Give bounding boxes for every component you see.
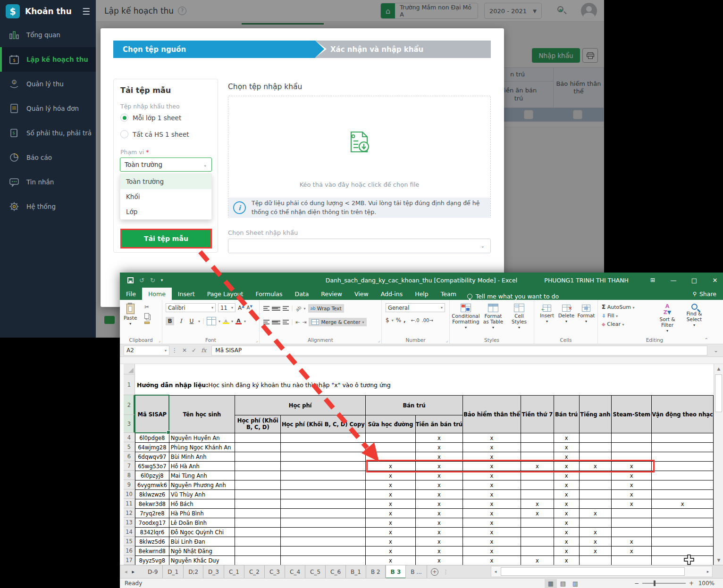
cell-mark[interactable]: x xyxy=(554,499,579,509)
cell-mark[interactable] xyxy=(521,480,554,490)
cell-mark[interactable] xyxy=(612,556,652,565)
cell-mark[interactable] xyxy=(521,518,554,528)
sidebar-item-qu-n-l-thu[interactable]: $Quản lý thu xyxy=(0,72,96,96)
cell-mark[interactable]: x xyxy=(579,509,612,518)
sheet-nav-left-icon[interactable]: ◂ xyxy=(125,569,127,575)
cell-empty[interactable] xyxy=(235,537,281,547)
cell-mark[interactable]: x xyxy=(366,499,416,509)
cell-mark[interactable]: x xyxy=(521,499,554,509)
cell-mark[interactable]: x xyxy=(463,556,521,565)
cell-mark[interactable] xyxy=(652,556,714,565)
cell-code[interactable]: 6dqwqv97 xyxy=(135,452,169,462)
cell-mark[interactable]: x xyxy=(579,547,612,556)
align-left-icon[interactable] xyxy=(263,320,269,324)
cell-mark[interactable] xyxy=(579,556,612,565)
ribbon-tab-insert[interactable]: Insert xyxy=(172,288,201,300)
cell-mark[interactable]: x xyxy=(463,490,521,499)
cell-code[interactable]: 6l0pdge8 xyxy=(135,433,169,443)
cell-mark[interactable] xyxy=(652,528,714,537)
cell-name[interactable]: Hồ Bách xyxy=(169,499,235,509)
font-family-select[interactable]: Calibri▾ xyxy=(166,303,216,312)
cell-empty[interactable] xyxy=(235,480,281,490)
sheet-tab-D-9[interactable]: D-9 xyxy=(143,565,163,579)
download-template-button[interactable]: Tải tệp mẫu xyxy=(122,230,210,247)
cell-empty[interactable] xyxy=(281,528,366,537)
header-ten-hoc-sinh[interactable]: Tên học sinh xyxy=(169,396,235,433)
wizard-step-2[interactable]: Xác nhận và nhập khẩu xyxy=(312,41,491,58)
file-dropzone[interactable]: Kéo thả vào đây hoặc click để chọn file xyxy=(228,96,490,198)
name-box-splitter[interactable]: ⋮ xyxy=(172,347,177,354)
align-top-icon[interactable] xyxy=(263,306,269,311)
cell-mark[interactable]: x xyxy=(463,528,521,537)
undo-icon[interactable]: ↺ xyxy=(139,277,144,284)
cell-mark[interactable]: x xyxy=(554,509,579,518)
cell-mark[interactable] xyxy=(521,490,554,499)
cut-icon[interactable]: ✂ xyxy=(144,304,150,310)
sheet-tab-D-2[interactable]: D;2 xyxy=(184,565,203,579)
cell-mark[interactable] xyxy=(521,528,554,537)
expand-formula-bar-icon[interactable]: ⌄ xyxy=(714,347,718,354)
cell-code[interactable]: 8klwzwz6 xyxy=(135,490,169,499)
cell-code[interactable]: 8ekwrnd8 xyxy=(135,547,169,556)
cell-mark[interactable] xyxy=(579,490,612,499)
sidebar-item-s-ph-i-thu-ph-i-tr-[interactable]: $Số phải thu, phải trả xyxy=(0,121,96,145)
shrink-font-icon[interactable]: A▼ xyxy=(247,305,252,310)
header-sua-hoc-duong[interactable]: Sữa học đường xyxy=(366,415,416,433)
cell-mark[interactable] xyxy=(652,452,714,462)
cell-mark[interactable]: x xyxy=(415,518,462,528)
cell-empty[interactable] xyxy=(281,433,366,443)
sheet-tab-B-1[interactable]: B_1 xyxy=(346,565,366,579)
format-as-table-button[interactable]: Format as Table▾ xyxy=(481,304,505,330)
header-bao-hiem[interactable]: Bảo hiểm thân thể xyxy=(463,396,521,433)
cell-mark[interactable] xyxy=(652,462,714,471)
borders-icon[interactable] xyxy=(207,317,216,325)
cell-mark[interactable] xyxy=(612,528,652,537)
cell-mark[interactable]: x xyxy=(366,547,416,556)
cell-name[interactable]: Đỗ Ngọc Quỳnh Chi xyxy=(169,528,235,537)
insert-cells-button[interactable]: ← Insert▾ xyxy=(538,305,556,323)
row-header-5[interactable]: 5 xyxy=(124,442,135,452)
cell-mark[interactable]: x xyxy=(612,547,652,556)
sidebar-item-t-ng-quan[interactable]: Tổng quan xyxy=(0,23,96,47)
row-header-3[interactable]: 3 xyxy=(124,415,135,433)
ribbon-tab-file[interactable]: File xyxy=(120,288,142,300)
cell-mark[interactable]: x xyxy=(521,509,554,518)
autosum-button[interactable]: Σ AutoSum ▾ xyxy=(602,304,634,310)
cell-mark[interactable]: x xyxy=(366,537,416,547)
cell-mark[interactable] xyxy=(652,490,714,499)
copy-icon[interactable] xyxy=(144,313,149,319)
header-steam-stem[interactable]: Steam-Stem xyxy=(612,396,652,433)
cell-mark[interactable] xyxy=(612,509,652,518)
cell-mark[interactable] xyxy=(366,443,416,452)
dialog-launcher-icon[interactable]: ⌟ xyxy=(378,339,380,343)
cell-name[interactable]: Nguyễn Huyền An xyxy=(169,433,235,443)
cell-mark[interactable]: x xyxy=(612,490,652,499)
sidebar-item-h-th-ng[interactable]: Hệ thống xyxy=(0,194,96,219)
cell-mark[interactable] xyxy=(579,433,612,443)
cell-empty[interactable] xyxy=(235,528,281,537)
ribbon-tab-home[interactable]: Home xyxy=(142,288,172,300)
cell-mark[interactable]: x xyxy=(463,433,521,443)
cell-mark[interactable]: x xyxy=(521,556,554,565)
cell-name[interactable]: Mai Tùng Anh xyxy=(169,471,235,480)
row-header-10[interactable]: 10 xyxy=(124,489,135,499)
header-ban-tru-group[interactable]: Bán trú xyxy=(366,396,463,415)
cell-code[interactable]: 6vygmwk6 xyxy=(135,480,169,490)
cell-styles-button[interactable]: Cell Styles▾ xyxy=(507,304,531,330)
cell-mark[interactable] xyxy=(521,547,554,556)
scroll-right-icon[interactable]: ▸ xyxy=(704,566,712,577)
ribbon-display-options-icon[interactable]: ⊞ xyxy=(645,273,661,288)
cell-mark[interactable] xyxy=(521,433,554,443)
cell-mark[interactable]: x xyxy=(554,490,579,499)
header-hoc-phi-group[interactable]: Học phí xyxy=(235,396,366,415)
zoom-out-icon[interactable]: − xyxy=(634,580,639,587)
cell-mark[interactable] xyxy=(652,509,714,518)
cell-name[interactable]: Bùi Linh Đan xyxy=(169,537,235,547)
cell-mark[interactable] xyxy=(612,518,652,528)
cell-mark[interactable]: x xyxy=(415,443,462,452)
cell-mark[interactable]: x xyxy=(554,480,579,490)
vertical-scrollbar[interactable]: ▲ ▼ xyxy=(714,364,723,565)
decrease-indent-icon[interactable]: ⇤ xyxy=(295,319,300,325)
row-header-2[interactable]: 2 xyxy=(124,395,135,415)
cell-name[interactable]: Nguyễn Khắc Duy xyxy=(169,556,235,565)
